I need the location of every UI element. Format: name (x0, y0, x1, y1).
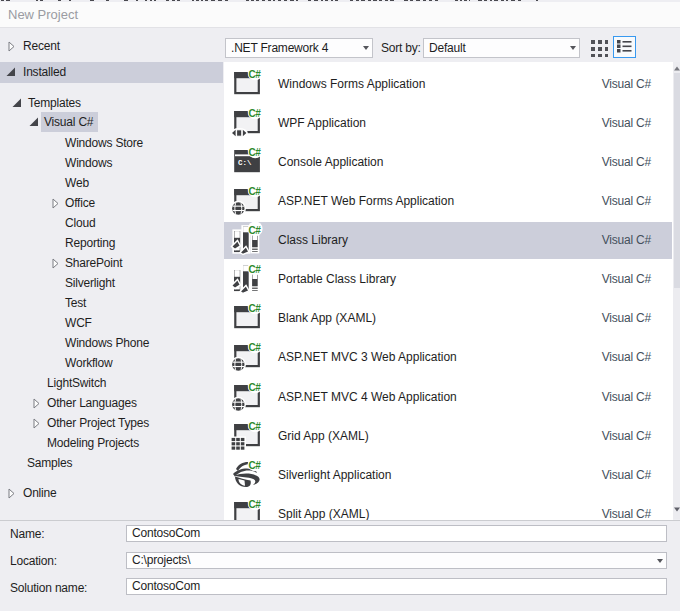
svg-text:C#: C# (249, 264, 262, 275)
svg-text:C#: C# (249, 303, 262, 314)
svg-text:C#: C# (249, 420, 262, 431)
svg-text:C#: C# (249, 146, 262, 157)
svg-text:C#: C# (249, 381, 262, 392)
svg-text:C#: C# (249, 107, 262, 118)
svg-text:C:\: C:\ (238, 158, 252, 166)
svg-text:C#: C# (249, 342, 262, 353)
svg-text:C#: C# (249, 459, 262, 470)
svg-text:C#: C# (249, 68, 262, 79)
svg-text:C#: C# (249, 498, 262, 509)
svg-text:C#: C# (249, 186, 262, 197)
svg-text:C#: C# (249, 225, 262, 236)
